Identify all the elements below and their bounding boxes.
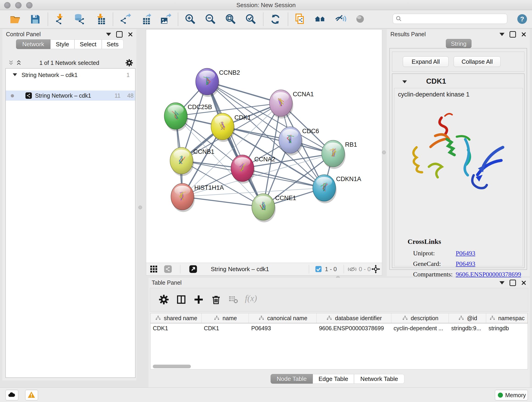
titlebar: Session: New Session	[0, 0, 532, 10]
export-image-icon[interactable]	[159, 13, 171, 25]
network-options-gear-icon[interactable]	[125, 59, 133, 67]
cloud-button[interactable]	[6, 390, 18, 400]
vertical-splitter-handle-right[interactable]	[382, 151, 386, 154]
hide-graphics-details-icon[interactable]	[335, 13, 346, 25]
panel-float-icon[interactable]	[510, 31, 516, 38]
warnings-button[interactable]	[25, 390, 38, 400]
fx-builder-icon[interactable]: f(x)	[245, 293, 257, 303]
add-icon[interactable]	[193, 294, 204, 305]
network-node-CCNA2[interactable]: CCNA2	[231, 155, 275, 184]
table-panel-title: Table Panel	[152, 279, 182, 286]
network-node-HIST1H1A[interactable]: HIST1H1A	[171, 183, 224, 212]
expand-collapse-bar: Expand All Collapse All	[392, 51, 525, 72]
network-node-CDKN1A[interactable]: CDKN1A	[313, 175, 361, 203]
network-node-CDC25B[interactable]: CDC25B	[164, 103, 212, 131]
panel-float-icon[interactable]	[116, 31, 123, 38]
node-label-CCNE1: CCNE1	[275, 195, 296, 201]
protein-description: cyclin-dependent kinase 1	[398, 91, 469, 98]
column-header-shared-name[interactable]: shared name	[151, 313, 202, 323]
collapse-all-button[interactable]: Collapse All	[454, 56, 500, 67]
crosslink-link[interactable]: 9606.ENSP00000378699	[456, 271, 521, 278]
zoom-selected-icon[interactable]	[245, 13, 257, 25]
expand-all-button[interactable]: Expand All	[403, 56, 449, 67]
attribute-icon	[489, 315, 496, 321]
export-network-icon[interactable]	[119, 13, 131, 25]
column-header-namespac[interactable]: namespac	[486, 313, 528, 323]
network-canvas[interactable]: CCNB2CCNA1CDC25BCDK1CDC6RB1CCNB1CCNA2CDK…	[146, 30, 382, 263]
duplicate-network-icon[interactable]	[294, 13, 306, 25]
network-node-CCNE1[interactable]: CCNE1	[252, 194, 296, 222]
protein-structure-image	[404, 104, 513, 205]
export-table-icon[interactable]	[139, 13, 151, 25]
open-in-browser-icon[interactable]	[189, 265, 197, 274]
collection-expander-icon[interactable]	[13, 73, 17, 76]
tab-network[interactable]: Network	[16, 39, 51, 49]
help-button[interactable]: ?	[517, 14, 527, 24]
memory-button[interactable]: Memory	[495, 390, 528, 400]
save-session-icon[interactable]	[29, 13, 41, 25]
network-row-selected[interactable]: String Network – cdk1 11 48	[6, 90, 135, 101]
panel-menu-icon[interactable]	[106, 33, 111, 36]
zoom-fit-icon[interactable]	[225, 13, 236, 25]
selected-checkbox-icon[interactable]	[315, 265, 322, 273]
table-row[interactable]: CDK1CDK1P064939606.ENSP00000378699cyclin…	[151, 323, 528, 333]
network-status-dot	[11, 94, 14, 97]
gear-icon[interactable]	[158, 294, 169, 305]
control-panel: Control Panel NetworkStyleSelectSets 1 o…	[2, 29, 136, 380]
delete-icon[interactable]	[210, 294, 222, 305]
tab-sets[interactable]: Sets	[102, 39, 123, 49]
column-header-name[interactable]: name	[202, 313, 249, 323]
columns-icon[interactable]	[176, 294, 187, 305]
import-table-from-file-icon[interactable]	[94, 13, 106, 25]
panel-menu-icon[interactable]	[500, 33, 505, 36]
node-count: 11	[110, 92, 120, 99]
open-file-icon[interactable]	[9, 13, 21, 25]
network-node-CCNB2[interactable]: CCNB2	[196, 68, 240, 97]
panel-close-icon[interactable]	[128, 32, 133, 37]
node-label-CCNA2: CCNA2	[254, 156, 275, 163]
panel-menu-icon[interactable]	[500, 281, 505, 284]
show-graphics-details-icon[interactable]	[355, 13, 367, 25]
network-node-CCNA1[interactable]: CCNA1	[269, 90, 314, 119]
fit-content-icon[interactable]	[371, 264, 380, 274]
import-network-from-database-icon[interactable]	[74, 13, 86, 25]
tab-edge-table[interactable]: Edge Table	[313, 374, 354, 384]
panel-close-icon[interactable]	[521, 280, 526, 286]
horizontal-scrollbar[interactable]	[153, 365, 191, 368]
protein-details: cyclin-dependent kinase 1	[394, 88, 523, 266]
search-input[interactable]	[402, 15, 505, 22]
tab-network-table[interactable]: Network Table	[354, 374, 404, 384]
network-node-CDC6[interactable]: CDC6	[279, 127, 319, 155]
column-header-database-identifier[interactable]: database identifier	[317, 313, 391, 323]
grid-view-icon[interactable]	[149, 265, 158, 274]
tab-string[interactable]: String	[446, 39, 472, 48]
hidden-eye-icon[interactable]	[348, 265, 356, 274]
node-label-CCNA1: CCNA1	[293, 91, 314, 98]
birdseye-view-icon[interactable]	[164, 265, 172, 274]
column-header-canonical-name[interactable]: canonical name	[249, 313, 317, 323]
tab-style[interactable]: Style	[51, 39, 75, 49]
protein-expander-icon[interactable]	[402, 80, 407, 83]
panel-close-icon[interactable]	[521, 32, 526, 37]
collection-label: String Network – cdk1	[22, 72, 78, 78]
toolbar-separator	[263, 13, 264, 26]
refresh-network-icon[interactable]	[269, 13, 281, 25]
column-header-@id[interactable]: @id	[449, 313, 486, 323]
crosslink-link[interactable]: P06493	[456, 260, 475, 268]
vertical-splitter-handle-left[interactable]	[138, 206, 142, 209]
attribute-icon	[402, 315, 409, 321]
zoom-out-icon[interactable]	[204, 13, 216, 25]
delete-table-icon[interactable]	[228, 294, 239, 305]
crosslink-link[interactable]: P06493	[456, 249, 475, 257]
table-cell: cyclin-dependent ...	[391, 325, 449, 332]
show-all-networks-icon[interactable]	[314, 13, 326, 25]
tab-select[interactable]: Select	[75, 39, 102, 49]
column-header-description[interactable]: description	[391, 313, 449, 323]
panel-float-icon[interactable]	[510, 280, 516, 286]
import-network-from-file-icon[interactable]	[54, 13, 66, 25]
tab-node-table[interactable]: Node Table	[271, 374, 313, 384]
network-collection-row[interactable]: String Network – cdk1 1	[6, 70, 135, 80]
node-label-RB1: RB1	[345, 141, 357, 148]
network-node-RB1[interactable]: RB1	[322, 140, 357, 169]
zoom-in-icon[interactable]	[184, 13, 196, 25]
